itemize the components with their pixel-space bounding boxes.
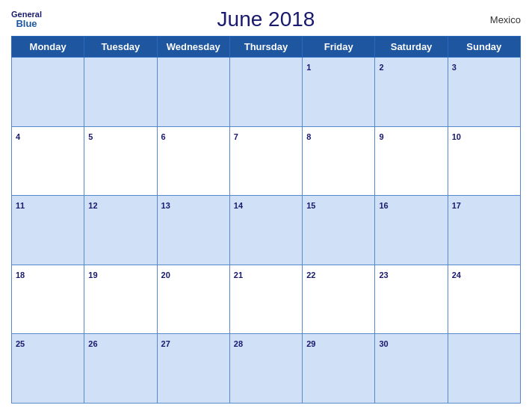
calendar-day-cell: 23 [375,265,448,334]
calendar-title: June 2018 [217,7,315,31]
weekday-header: Thursday [229,37,302,58]
calendar-table: MondayTuesdayWednesdayThursdayFridaySatu… [11,36,521,404]
calendar-day-cell: 15 [303,196,375,265]
calendar-day-cell [157,58,229,127]
day-number: 28 [234,339,243,348]
weekday-header: Tuesday [84,37,157,58]
calendar-header-row: MondayTuesdayWednesdayThursdayFridaySatu… [12,37,521,58]
weekday-header: Saturday [375,37,448,58]
day-number: 21 [234,271,243,279]
calendar-header: General Blue June 2018 Mexico [11,7,521,31]
calendar-day-cell: 13 [157,196,229,265]
calendar-day-cell: 28 [229,334,302,404]
day-number: 11 [16,201,25,210]
day-number: 26 [88,339,97,348]
weekday-header: Sunday [448,37,520,58]
day-number: 17 [452,201,461,210]
day-number: 7 [234,132,238,141]
calendar-week-row: 45678910 [12,126,521,196]
calendar-day-cell: 2 [375,58,448,127]
day-number: 24 [452,271,461,279]
calendar-day-cell: 4 [12,126,84,196]
calendar-day-cell: 9 [375,126,448,196]
calendar-day-cell: 17 [448,196,520,265]
day-number: 2 [379,63,383,72]
day-number: 4 [16,132,20,141]
day-number: 30 [379,339,388,348]
calendar-day-cell: 19 [84,265,157,334]
calendar-day-cell [448,334,520,404]
calendar-week-row: 18192021222324 [12,265,521,334]
calendar-day-cell: 21 [229,265,302,334]
day-number: 1 [306,63,311,72]
day-number: 3 [452,63,457,72]
day-number: 13 [161,201,170,210]
calendar-day-cell: 7 [229,126,302,196]
day-number: 6 [161,132,166,141]
day-number: 27 [161,339,170,348]
calendar-day-cell [229,58,302,127]
weekday-header: Friday [303,37,375,58]
calendar-day-cell: 26 [84,334,157,404]
day-number: 25 [16,339,25,348]
weekday-header: Monday [12,37,84,58]
day-number: 23 [379,271,388,279]
calendar-day-cell: 16 [375,196,448,265]
day-number: 19 [88,271,97,279]
day-number: 10 [452,132,461,141]
calendar-day-cell: 24 [448,265,520,334]
calendar-day-cell: 1 [303,58,375,127]
calendar-day-cell: 8 [303,126,375,196]
calendar-body: 1234567891011121314151617181920212223242… [12,58,521,404]
logo: General Blue [11,10,42,28]
day-number: 14 [234,201,243,210]
logo-blue-text: Blue [16,19,37,28]
calendar-week-row: 11121314151617 [12,196,521,265]
calendar-day-cell: 20 [157,265,229,334]
day-number: 20 [161,271,170,279]
calendar-week-row: 252627282930 [12,334,521,404]
day-number: 22 [306,271,315,279]
day-number: 9 [379,132,383,141]
calendar-day-cell: 6 [157,126,229,196]
calendar-day-cell [84,58,157,127]
calendar-day-cell: 18 [12,265,84,334]
calendar-day-cell: 10 [448,126,520,196]
calendar-day-cell: 5 [84,126,157,196]
country-label: Mexico [490,14,521,25]
calendar-day-cell: 14 [229,196,302,265]
day-number: 8 [306,132,311,141]
day-number: 12 [88,201,97,210]
day-number: 15 [306,201,315,210]
day-number: 5 [88,132,93,141]
calendar-day-cell [12,58,84,127]
calendar-day-cell: 11 [12,196,84,265]
calendar-week-row: 123 [12,58,521,127]
calendar-day-cell: 25 [12,334,84,404]
calendar-day-cell: 27 [157,334,229,404]
calendar-day-cell: 22 [303,265,375,334]
day-number: 29 [306,339,315,348]
calendar-day-cell: 29 [303,334,375,404]
calendar-day-cell: 3 [448,58,520,127]
calendar-day-cell: 12 [84,196,157,265]
day-number: 16 [379,201,388,210]
weekday-header: Wednesday [157,37,229,58]
calendar-day-cell: 30 [375,334,448,404]
day-number: 18 [16,271,25,279]
